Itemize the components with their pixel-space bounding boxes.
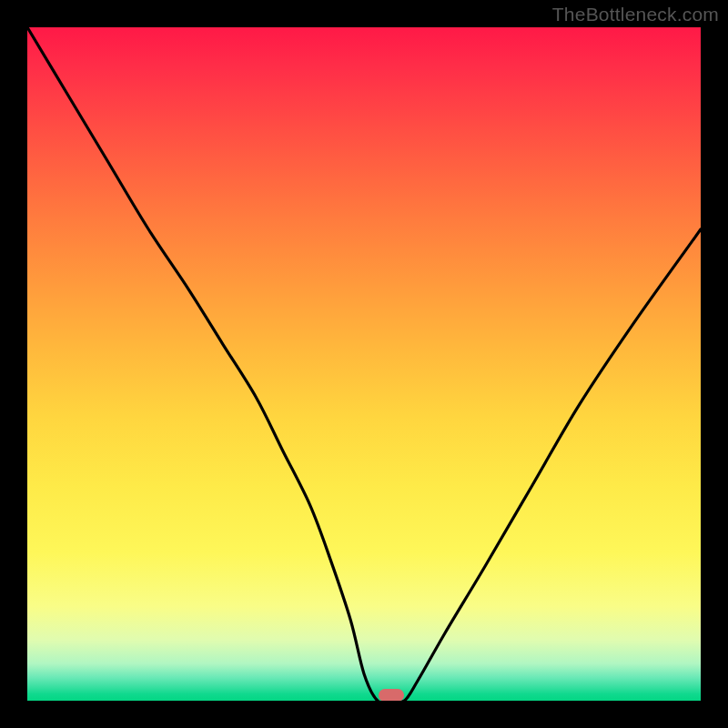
curve-svg: [27, 27, 701, 701]
plot-area: [27, 27, 701, 701]
optimal-marker: [379, 689, 404, 701]
chart-frame: TheBottleneck.com: [0, 0, 728, 728]
bottleneck-curve: [27, 27, 701, 701]
watermark-text: TheBottleneck.com: [552, 4, 719, 25]
